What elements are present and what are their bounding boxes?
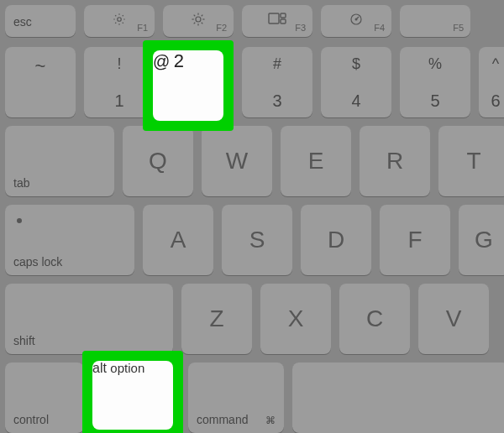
key-label: option [110,361,144,375]
key-v[interactable]: V [418,284,489,354]
svg-rect-19 [281,13,286,18]
key-r[interactable]: R [360,126,430,196]
key-symbol-top: % [400,55,470,73]
key-label: control [13,413,49,426]
key-symbol-bottom: 3 [242,91,312,111]
svg-point-9 [196,17,201,22]
key-f2[interactable]: F2 [163,5,234,37]
svg-rect-20 [281,19,286,23]
key-label: F4 [374,23,385,33]
key-label: Z [209,305,223,332]
key-t[interactable]: T [438,126,504,196]
key-label: A [171,227,186,253]
key-symbol-bottom: 5 [400,91,470,111]
key-label: V [446,305,462,332]
key-label: shift [13,334,35,347]
highlight-2-key: @ 2 [143,40,234,131]
key-5[interactable]: % 5 [400,47,470,117]
svg-line-16 [194,23,196,24]
key-s[interactable]: S [222,205,292,275]
key-symbol-top: $ [321,55,391,73]
key-f4[interactable]: F4 [321,5,391,37]
key-control[interactable]: control [5,363,84,433]
command-glyph-icon: ⌘ [265,415,276,426]
key-label: caps lock [13,255,62,269]
key-shift[interactable]: shift [5,284,173,354]
key-symbol-top: # [242,55,312,73]
highlight-option-key: alt option [82,351,183,433]
key-label: G [475,227,493,253]
key-f1[interactable]: F1 [84,5,155,37]
brightness-down-icon [112,12,127,27]
key-g[interactable]: G [459,205,504,275]
key-symbol-bottom: 2 [174,50,184,71]
key-label: F3 [295,23,306,33]
key-label: X [288,305,304,332]
svg-line-8 [123,15,123,16]
svg-rect-18 [269,13,279,23]
key-small-label: alt [92,361,107,375]
key-label: F [407,227,422,253]
key-label: C [366,305,383,332]
key-d[interactable]: D [301,205,371,275]
dashboard-icon [349,12,364,27]
key-label: E [308,148,324,175]
key-label: esc [13,15,32,29]
key-label: T [466,148,480,175]
keyboard-stage: esc F1 F2 [0,0,504,433]
key-label: F5 [453,23,464,33]
key-label: tab [13,176,29,190]
svg-line-14 [194,15,196,17]
svg-line-6 [123,23,123,23]
key-a[interactable]: A [143,205,213,275]
key-q[interactable]: Q [123,126,193,196]
svg-line-15 [202,23,203,24]
key-w[interactable]: W [202,126,272,196]
key-e[interactable]: E [281,126,351,196]
mission-control-icon [268,12,286,25]
brightness-up-icon [191,12,206,27]
svg-line-7 [115,23,116,23]
svg-point-0 [118,18,122,22]
key-label: S [249,227,265,253]
key-label: W [226,148,248,175]
key-tab[interactable]: tab [5,126,114,196]
key-f[interactable]: F [380,205,450,275]
key-z[interactable]: Z [181,284,252,354]
key-label: command [197,413,248,426]
key-symbol-top: ^ [479,55,504,73]
key-tilde[interactable]: ~ [5,47,76,117]
capslock-indicator-icon [17,218,22,223]
key-c[interactable]: C [339,284,410,354]
key-4[interactable]: $ 4 [321,47,391,117]
key-label: Q [149,148,167,175]
key-f5[interactable]: F5 [400,5,470,37]
key-symbol-top: @ [153,52,170,70]
key-6[interactable]: ^ 6 [479,47,504,117]
key-2[interactable]: @ 2 [153,50,223,121]
key-label: D [328,227,344,253]
key-space[interactable] [292,363,504,433]
key-capslock[interactable]: caps lock [5,205,134,275]
key-symbol-bottom: 6 [479,91,504,111]
key-x[interactable]: X [260,284,331,354]
key-label: R [386,148,403,175]
key-f3[interactable]: F3 [242,5,312,37]
key-option[interactable]: alt option [92,361,173,430]
key-3[interactable]: # 3 [242,47,312,117]
key-label: F2 [216,23,227,33]
key-esc[interactable]: esc [5,5,76,37]
svg-point-23 [355,18,357,20]
key-symbol-bottom: 4 [321,91,391,111]
svg-line-5 [115,15,116,16]
key-label: F1 [137,23,148,33]
svg-line-17 [202,15,203,17]
key-symbol-top: ~ [5,55,76,77]
key-command[interactable]: command ⌘ [188,363,284,433]
